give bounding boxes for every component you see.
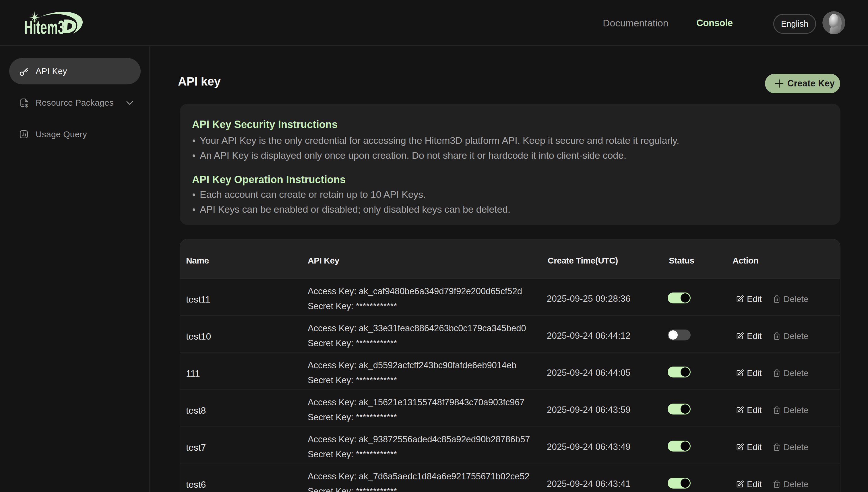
svg-text:Hitem3: Hitem3 <box>24 17 65 35</box>
svg-text:$: $ <box>25 103 28 108</box>
